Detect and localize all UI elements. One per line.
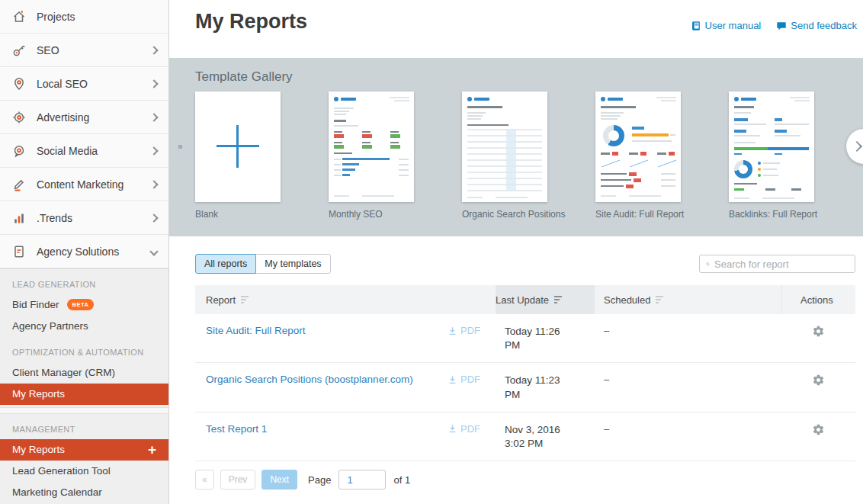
pdf-download-link[interactable]: PDF (448, 374, 496, 385)
template-card-organic-search-positions[interactable]: Organic Search Positions (462, 91, 547, 220)
sidebar-item-label: Agency Partners (12, 320, 88, 332)
thumbnail-site-audit (595, 91, 681, 202)
sort-icon (241, 296, 249, 303)
tab-all-reports[interactable]: All reports (195, 254, 256, 274)
gallery-next-button[interactable] (846, 129, 863, 164)
sidebar: Projects SEO Local SEO Advertising (0, 0, 169, 504)
sidebar-item-trends[interactable]: .Trends (0, 201, 168, 235)
sidebar-item-label: Lead Generation Tool (12, 465, 111, 477)
section-header-lead-generation: LEAD GENERATION (0, 269, 168, 294)
gallery-prev-handle[interactable] (178, 145, 182, 149)
column-header-report[interactable]: Report (195, 285, 496, 314)
user-manual-link[interactable]: User manual (691, 20, 762, 31)
sidebar-item-label: Social Media (37, 145, 98, 157)
pdf-label: PDF (460, 423, 480, 435)
sidebar-item-label: Bid Finder (12, 299, 59, 310)
send-feedback-link[interactable]: Send feedback (776, 20, 857, 31)
template-card-blank[interactable]: Blank (195, 91, 281, 220)
add-report-button[interactable]: + (148, 445, 156, 454)
report-link[interactable]: Site Audit: Full Report (206, 325, 306, 336)
chevron-down-icon (149, 247, 158, 255)
last-update-cell: Today 11:26 PM (496, 325, 595, 352)
report-link[interactable]: Organic Search Positions (boostplanner.c… (206, 374, 413, 385)
agency-solutions-submenu: LEAD GENERATION Bid Finder BETA Agency P… (0, 268, 168, 504)
reports-section: All reports My templates Report Last Upd… (169, 254, 863, 490)
sidebar-item-lead-generation-tool[interactable]: Lead Generation Tool (0, 461, 168, 482)
feedback-bubble-icon (776, 21, 787, 31)
chevron-right-icon (149, 146, 158, 155)
column-label: Report (206, 294, 236, 306)
pdf-label: PDF (460, 325, 480, 336)
sidebar-item-local-seo[interactable]: Local SEO (0, 67, 168, 101)
sidebar-item-my-reports-crm[interactable]: My Reports (0, 384, 168, 405)
page-header: My Reports User manual Send feedback (169, 0, 863, 58)
sidebar-item-label: Advertising (37, 111, 89, 124)
page-number-input[interactable] (338, 470, 386, 490)
table-body: Site Audit: Full Report PDF Today 11:26 … (195, 314, 855, 461)
pdf-download-link[interactable]: PDF (448, 423, 496, 435)
page-count-label: of 1 (393, 474, 410, 486)
gallery-title: Template Gallery (169, 58, 863, 85)
next-page-button[interactable]: Next (261, 470, 297, 490)
sidebar-item-advertising[interactable]: Advertising (0, 101, 168, 134)
sidebar-item-marketing-calendar[interactable]: Marketing Calendar (0, 482, 168, 503)
column-label: Last Update (496, 294, 549, 306)
tab-my-templates[interactable]: My templates (255, 254, 330, 274)
sidebar-item-content-marketing[interactable]: Content Marketing (0, 168, 168, 201)
sparkline (629, 159, 649, 169)
target-icon (11, 110, 27, 125)
first-page-button[interactable]: « (195, 470, 214, 490)
template-label: Monthly SEO (329, 209, 414, 220)
template-card-monthly-seo[interactable]: Monthly SEO (329, 91, 414, 220)
report-search[interactable] (699, 255, 855, 273)
template-label: Site Audit: Full Report (595, 209, 681, 220)
sidebar-item-social-media[interactable]: Social Media (0, 134, 168, 168)
reports-table: Report Last Update Scheduled Actions (195, 285, 855, 461)
download-icon (448, 326, 457, 335)
chevron-right-icon (149, 180, 158, 188)
scheduled-cell: – (595, 423, 781, 435)
thumbnail-monthly-seo (329, 91, 414, 202)
sidebar-item-my-reports[interactable]: My Reports + (0, 439, 168, 461)
location-pin-icon (11, 76, 27, 91)
settings-gear-icon[interactable] (812, 374, 825, 387)
sidebar-item-seo[interactable]: SEO (0, 34, 168, 67)
sidebar-item-label: SEO (37, 44, 59, 56)
template-label: Organic Search Positions (462, 209, 547, 220)
settings-gear-icon[interactable] (812, 423, 825, 436)
template-cards: Blank (195, 91, 814, 220)
speech-bubble-icon (11, 143, 27, 159)
sort-icon (656, 296, 663, 303)
pencil-icon (11, 177, 27, 192)
sidebar-item-agency-solutions[interactable]: Agency Solutions (0, 235, 168, 268)
pdf-download-link[interactable]: PDF (448, 325, 496, 336)
report-tabs: All reports My templates (195, 254, 331, 274)
pagination: « Prev Next Page of 1 (195, 470, 855, 490)
page-label: Page (308, 474, 331, 486)
table-row: Site Audit: Full Report PDF Today 11:26 … (195, 314, 855, 362)
sidebar-item-agency-partners[interactable]: Agency Partners (0, 316, 168, 337)
scheduled-cell: – (595, 374, 781, 385)
sidebar-item-projects[interactable]: Projects (0, 0, 168, 34)
column-label: Actions (800, 294, 833, 306)
column-header-scheduled[interactable]: Scheduled (595, 285, 781, 314)
template-card-backlinks[interactable]: Backlinks: Full Report (729, 91, 814, 220)
sidebar-item-client-manager[interactable]: Client Manager (CRM) (0, 362, 168, 384)
chevron-right-icon (149, 213, 158, 222)
sidebar-item-label: My Reports (12, 444, 65, 455)
sidebar-item-bid-finder[interactable]: Bid Finder BETA (0, 294, 168, 316)
document-icon (11, 244, 27, 259)
column-header-actions: Actions (781, 285, 855, 314)
sidebar-item-label: .Trends (37, 212, 72, 224)
template-card-site-audit[interactable]: Site Audit: Full Report (595, 91, 681, 220)
sidebar-item-label: Agency Solutions (37, 246, 119, 258)
settings-gear-icon[interactable] (812, 325, 825, 338)
chevron-right-icon (149, 113, 158, 121)
section-header-optimization-automation: OPTIMIZATION & AUTOMATION (0, 337, 168, 362)
thumbnail-blank (195, 91, 281, 202)
column-header-last-update[interactable]: Last Update (496, 285, 595, 314)
search-input[interactable] (714, 258, 849, 270)
report-link[interactable]: Test Report 1 (206, 423, 267, 435)
prev-page-button[interactable]: Prev (220, 470, 256, 490)
chevron-right-icon (852, 141, 862, 152)
